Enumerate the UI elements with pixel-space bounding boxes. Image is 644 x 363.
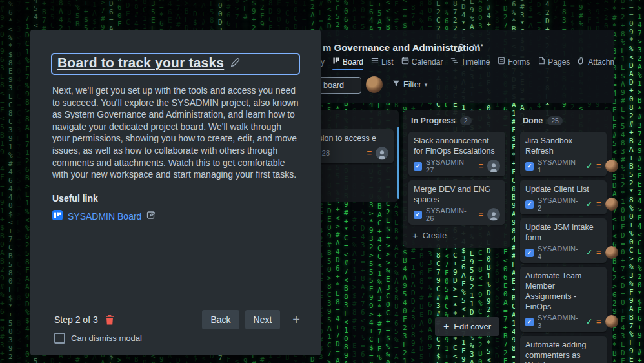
useful-link-heading: Useful link (52, 193, 299, 203)
onboarding-modal: Board to track your tasks Next, we'll ge… (30, 30, 321, 355)
modal-title: Board to track your tasks (57, 55, 224, 70)
useful-link-row: SYSADMIN Board (51, 210, 300, 223)
task-type-icon: ✓ (414, 211, 422, 219)
assignee-avatar[interactable] (487, 208, 500, 221)
project-tabs: y Board List Calendar Timeline Forms (321, 57, 614, 69)
board-card[interactable]: Jira Sandbox Refresh ✓ SYSADMIN-1 ✓ = (520, 132, 607, 176)
priority-medium-icon: = (596, 163, 601, 169)
priority-medium-icon: = (367, 150, 372, 156)
column-count: 2 (460, 116, 472, 125)
screen: # # 9 > 0 + 9 6 3 E 8 < = E < 5 B 1 9 = … (0, 0, 644, 363)
card-key: SYSADMIN-27 (426, 158, 470, 174)
dismiss-checkbox[interactable] (54, 333, 65, 344)
modal-footer: Step 2 of 3 Back Next + (51, 310, 303, 329)
assignee-avatar[interactable] (605, 160, 618, 172)
forms-tab-icon (498, 57, 505, 67)
tab-summary-partial[interactable]: y (321, 57, 325, 69)
tab-calendar[interactable]: Calendar (401, 57, 443, 69)
assignee-avatar[interactable] (605, 198, 618, 211)
tab-pages[interactable]: Pages (538, 57, 570, 69)
card-title: Slack announcement for FinOps Escalation… (414, 136, 500, 156)
filter-funnel-icon (392, 79, 400, 89)
timeline-tab-icon (450, 57, 458, 67)
pages-tab-icon (538, 57, 545, 67)
delete-step-button[interactable] (104, 315, 116, 325)
step-indicator: Step 2 of 3 (54, 315, 98, 325)
card-title: Merge DEV and ENG spaces (414, 184, 500, 205)
card-key: SYSADMIN-3 (538, 314, 578, 329)
card-title: Update JSM intake form (525, 222, 601, 243)
column-name: Done (523, 116, 543, 125)
board-logo-icon (52, 210, 63, 223)
plus-icon: + (443, 323, 449, 331)
next-button[interactable]: Next (245, 310, 281, 329)
tab-timeline[interactable]: Timeline (450, 57, 490, 69)
task-type-icon: ✓ (525, 249, 534, 257)
add-step-button[interactable]: + (290, 313, 303, 327)
task-type-icon: ✓ (414, 162, 422, 171)
filter-button[interactable]: Filter ▾ (390, 78, 430, 90)
priority-medium-icon: = (478, 211, 483, 218)
calendar-tab-icon (401, 57, 409, 67)
card-key: SYSADMIN-26 (426, 207, 470, 222)
board-card[interactable]: Automate Team Member Assignments - FinOp… (520, 267, 607, 332)
dismiss-label: Can dismiss modal (71, 333, 142, 343)
shapes-icon[interactable] (455, 43, 464, 55)
assignee-avatar[interactable] (605, 315, 618, 328)
column-scrollbar[interactable] (397, 127, 399, 199)
user-avatar[interactable] (366, 76, 383, 93)
board-column-done: Done 25 Jira Sandbox Refresh ✓ SYSADMIN-… (515, 110, 612, 363)
edit-cover-button[interactable]: + Edit cover (435, 317, 499, 336)
tab-list[interactable]: List (371, 57, 394, 69)
task-type-icon: ✓ (525, 162, 534, 171)
column-count: 25 (547, 116, 563, 125)
done-check-icon: ✓ (586, 161, 592, 171)
card-key: SYSADMIN-4 (538, 245, 578, 260)
board-card[interactable]: Slack announcement for FinOps Escalation… (408, 132, 505, 176)
list-tab-icon (371, 57, 379, 67)
modal-body-text: Next, we'll get you set up with the tool… (52, 85, 299, 181)
assignee-avatar[interactable] (605, 246, 618, 259)
done-check-icon: ✓ (586, 200, 592, 209)
board-column-in-progress: In Progress 2 Slack announcement for Fin… (403, 110, 510, 248)
modal-title-field[interactable]: Board to track your tasks (51, 53, 300, 75)
sysadmin-board-link[interactable]: SYSADMIN Board (68, 211, 141, 222)
tab-board[interactable]: Board (332, 57, 363, 69)
card-title: Update Client List (525, 184, 601, 194)
column-name: In Progress (411, 116, 456, 125)
board-card[interactable]: Automate adding commenters as Watchers ✓… (520, 336, 607, 363)
priority-medium-icon: = (478, 163, 483, 169)
edit-pencil-icon[interactable] (230, 57, 240, 70)
back-button[interactable]: Back (202, 310, 239, 329)
create-issue-button[interactable]: + Create (408, 229, 505, 243)
card-title: Automate adding commenters as Watchers (525, 340, 601, 363)
done-check-icon: ✓ (586, 248, 592, 257)
priority-medium-icon: = (596, 249, 601, 256)
card-title: Jira Sandbox Refresh (525, 136, 601, 156)
priority-medium-icon: = (596, 201, 601, 207)
card-title: Automate Team Member Assignments - FinOp… (525, 271, 601, 312)
plus-icon: + (412, 232, 418, 240)
task-type-icon: ✓ (525, 200, 534, 209)
assignee-avatar[interactable] (376, 147, 388, 160)
tab-forms[interactable]: Forms (498, 57, 530, 69)
tab-attachments[interactable]: Attachments (578, 57, 614, 69)
dismiss-option[interactable]: Can dismiss modal (54, 333, 142, 344)
board-tab-icon (332, 57, 340, 67)
board-card[interactable]: Merge DEV and ENG spaces ✓ SYSADMIN-26 = (408, 180, 505, 225)
priority-medium-icon: = (596, 318, 601, 325)
more-menu-icon[interactable]: ⋯ (472, 38, 484, 52)
done-check-icon: ✓ (586, 317, 592, 326)
card-key: SYSADMIN-2 (538, 196, 578, 212)
assignee-avatar[interactable] (487, 160, 500, 172)
attachments-tab-icon (578, 57, 585, 67)
chevron-down-icon: ▾ (425, 81, 428, 88)
edit-link-icon[interactable] (146, 210, 156, 222)
task-type-icon: ✓ (525, 318, 534, 326)
card-key: SYSADMIN-1 (538, 158, 578, 174)
board-card[interactable]: Update JSM intake form ✓ SYSADMIN-4 ✓ = (520, 218, 607, 263)
board-card[interactable]: Update Client List ✓ SYSADMIN-2 ✓ = (520, 180, 607, 214)
